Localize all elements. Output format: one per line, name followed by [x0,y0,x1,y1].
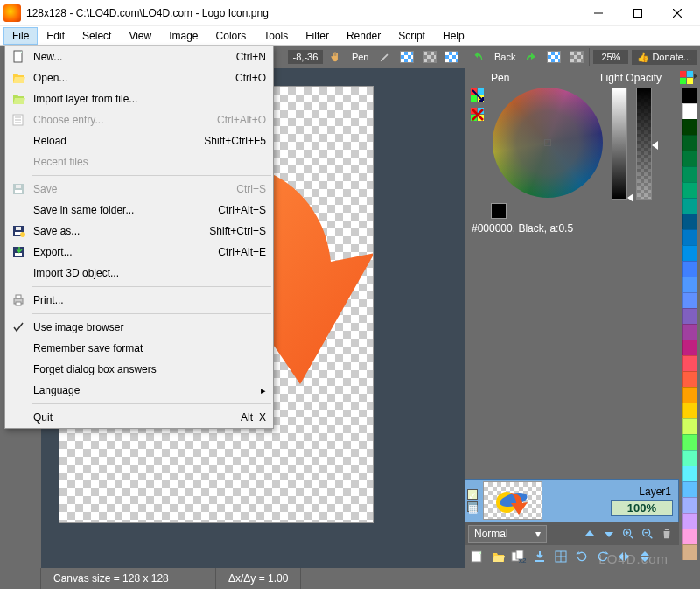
palette-switch-icon[interactable] [470,88,487,103]
swatch[interactable] [682,497,697,513]
checker-5-icon[interactable] [566,47,586,67]
swatch[interactable] [682,529,697,544]
file-menu-item[interactable]: Import 3D object... [5,263,273,284]
layer-visibility-toggles[interactable]: ✓▦ [467,489,478,512]
zoom-in-icon[interactable] [620,525,637,543]
swatch[interactable] [682,103,697,119]
swatch[interactable] [682,434,697,450]
menu-render[interactable]: Render [338,27,389,45]
center-layer-icon[interactable] [552,548,570,565]
new-layer-icon[interactable] [468,548,486,565]
checker-1-icon[interactable] [397,47,417,67]
duplicate-layer-icon[interactable]: x2 [510,548,528,565]
lightness-slider[interactable] [612,88,627,200]
current-color-swatch[interactable] [491,203,507,219]
checker-2-icon[interactable] [419,47,439,67]
file-menu-item[interactable]: New...Ctrl+N [5,46,273,67]
menu-edit[interactable]: Edit [38,27,74,45]
file-menu-item[interactable]: Remember save format [5,338,273,359]
swatch[interactable] [682,340,697,355]
file-menu-item[interactable]: ReloadShift+Ctrl+F5 [5,130,273,151]
file-menu-item[interactable]: Print... [5,290,273,311]
opacity-knob[interactable] [652,141,658,150]
swatch[interactable] [682,245,697,261]
file-menu-item[interactable]: Open...Ctrl+O [5,67,273,88]
swatch[interactable] [682,513,697,529]
swatch[interactable] [682,308,697,324]
swatch[interactable] [682,214,697,229]
pen-icon[interactable] [374,47,395,67]
file-menu-item[interactable]: Language [5,380,273,401]
swatch[interactable] [682,481,697,497]
swatch[interactable] [682,544,697,560]
swatch[interactable] [682,387,697,403]
menu-image[interactable]: Image [160,27,206,45]
file-menu-item[interactable]: Save in same folder...Ctrl+Alt+S [5,200,273,221]
file-menu-item[interactable]: Forget dialog box answers [5,359,273,380]
rotate-ccw-icon[interactable] [594,548,612,565]
trash-icon[interactable] [658,525,676,543]
menu-script[interactable]: Script [389,27,434,45]
maximize-button[interactable] [618,0,657,26]
menu-view[interactable]: View [120,27,160,45]
color-wheel[interactable] [493,88,603,198]
swatch[interactable] [682,261,697,277]
menu-filter[interactable]: Filter [297,27,338,45]
swatch[interactable] [682,198,697,214]
rotate-cw-icon[interactable] [573,548,591,565]
undo-icon[interactable] [468,47,488,67]
swatch[interactable] [682,277,697,292]
close-button[interactable] [657,0,696,26]
zoom-out-icon[interactable] [639,525,656,543]
layer-opacity[interactable]: 100% [611,500,673,516]
open-layer-icon[interactable] [489,548,507,565]
swatch[interactable] [682,450,697,466]
swatch[interactable] [682,119,697,135]
menu-tools[interactable]: Tools [255,27,297,45]
swatch[interactable] [682,292,697,308]
swatch[interactable] [682,371,697,387]
palette-reset-icon[interactable] [470,107,487,123]
swatch[interactable] [682,324,697,340]
checker-3-icon[interactable] [441,47,461,67]
color-wheel-marker[interactable] [544,139,551,146]
swatch-menu-icon[interactable] [679,70,698,86]
swatch[interactable] [682,182,697,198]
flip-v-icon[interactable] [636,548,654,565]
redo-icon[interactable] [522,47,542,67]
swatch[interactable] [682,229,697,245]
lightness-knob[interactable] [627,193,634,202]
file-menu-item[interactable]: Use image browser [5,317,273,338]
flip-h-icon[interactable] [615,548,633,565]
swatch[interactable] [682,135,697,151]
swatch[interactable] [682,403,697,418]
swatch[interactable] [682,166,697,182]
menu-file[interactable]: File [4,27,38,45]
swatch[interactable] [682,355,697,371]
file-menu-item[interactable]: Export...Ctrl+Alt+E [5,242,273,263]
layer-name[interactable]: Layer1 [637,486,673,498]
layer-down-icon[interactable] [600,525,618,543]
blend-mode-dropdown[interactable]: Normal▾ [468,525,547,543]
swatch[interactable] [682,418,697,434]
minimize-button[interactable] [578,0,618,26]
hand-tool-icon[interactable] [326,47,346,67]
menu-select[interactable]: Select [74,27,120,45]
layer-thumbnail[interactable] [483,481,542,520]
donate-button[interactable]: 👍Donate... [632,50,696,65]
file-menu-item[interactable]: Import layer from file... [5,88,273,109]
opacity-slider[interactable] [636,88,652,200]
checker-4-icon[interactable] [544,47,564,67]
menu-colors[interactable]: Colors [207,27,256,45]
menu-help[interactable]: Help [434,27,473,45]
back-label[interactable]: Back [489,52,521,62]
swatch[interactable] [682,466,697,481]
file-menu-item[interactable]: Save as...Shift+Ctrl+S [5,221,273,242]
file-menu-item[interactable]: QuitAlt+X [5,407,273,428]
swatch[interactable] [682,88,697,103]
swatch[interactable] [682,151,697,166]
zoom-display[interactable]: 25% [593,50,628,64]
merge-down-icon[interactable] [531,548,549,565]
layer-up-icon[interactable] [581,525,598,543]
layer-row[interactable]: ✓▦ Layer1 100% [465,479,679,522]
